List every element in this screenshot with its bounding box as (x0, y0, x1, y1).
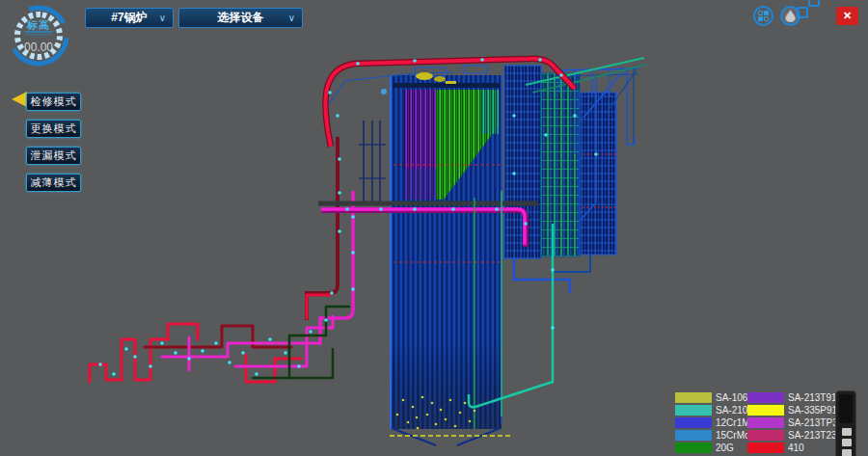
device-select-dropdown[interactable]: 选择设备 ∨ (178, 8, 303, 28)
legend-label: SA-213T23 (788, 430, 837, 441)
legend-color-swatch (747, 405, 784, 416)
mode-button-3[interactable]: 泄漏模式 (26, 147, 81, 165)
heat-exchanger-banks (504, 66, 617, 293)
left-downcomer-pipes (307, 121, 386, 345)
device-select-value: 选择设备 (218, 10, 264, 26)
boiler-select-dropdown[interactable]: #7锅炉 ∨ (85, 8, 174, 28)
elevation-gauge: 标高 00.00 (6, 2, 71, 67)
legend-label: SA-213T91 (788, 392, 837, 403)
legend-color-swatch (675, 405, 712, 416)
legend-scroll-tick (842, 439, 852, 446)
legend-scrollbar-thumb[interactable] (839, 394, 853, 423)
legend-scrollbar[interactable] (835, 390, 856, 456)
collapse-arrow-icon[interactable] (12, 92, 27, 107)
legend-color-swatch (675, 430, 712, 441)
furnace-tube-column (391, 75, 502, 445)
legend-color-swatch (675, 392, 712, 403)
legend-label: 410 (788, 443, 804, 453)
mode-button-2[interactable]: 更换模式 (26, 120, 81, 138)
legend-color-swatch (675, 417, 712, 428)
gauge-ring-icon (6, 2, 71, 67)
close-button[interactable]: ✕ (836, 7, 858, 25)
dashboard-grid-button[interactable] (753, 6, 773, 26)
legend-color-swatch (675, 443, 712, 453)
droplet-icon (785, 10, 796, 22)
gauge-value: 00.00 (6, 40, 71, 54)
legend-color-swatch (747, 430, 784, 441)
chevron-down-icon: ∨ (288, 13, 295, 23)
boiler-select-value: #7锅炉 (111, 10, 147, 26)
legend-label: SA-335P91 (788, 405, 837, 416)
legend-color-swatch (747, 417, 784, 428)
legend-color-swatch (747, 392, 784, 403)
dashboard-grid-icon (758, 11, 769, 21)
legend-label: 20G (716, 443, 734, 453)
legend-scroll-tick (842, 428, 852, 436)
gauge-label: 标高 (6, 18, 71, 33)
mode-button-1[interactable]: 检修模式 (26, 93, 81, 111)
bottom-left-piping-network (90, 295, 349, 382)
model-viewport-3d[interactable] (0, 0, 868, 456)
chevron-down-icon: ∨ (159, 13, 166, 23)
mode-button-4[interactable]: 减薄模式 (26, 174, 81, 192)
legend-scroll-tick (842, 449, 852, 456)
app-window: { "app": { "background": "#58595a", "acc… (0, 0, 868, 456)
legend-color-swatch (747, 443, 784, 453)
boiler-3d-model (0, 0, 868, 456)
close-icon: ✕ (843, 10, 852, 22)
